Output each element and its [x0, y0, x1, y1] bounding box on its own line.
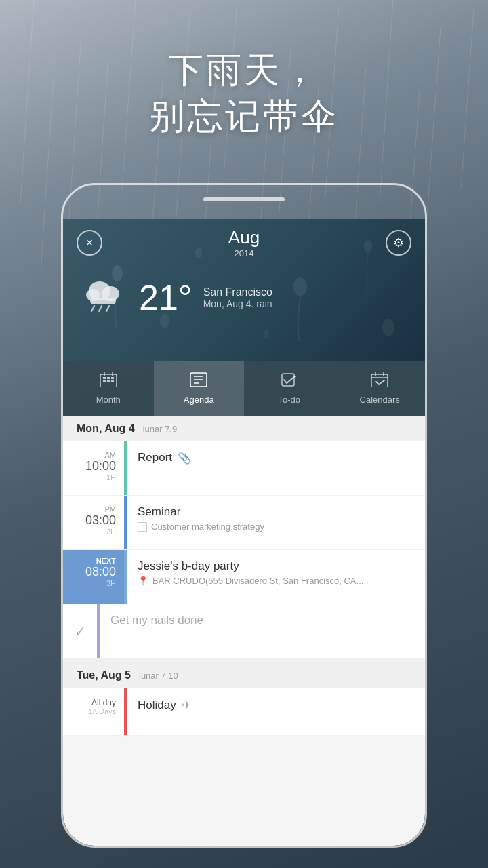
day-header-mon: Mon, Aug 4 lunar 7.9	[63, 416, 425, 441]
event-time-report: AM 10:00 1H	[63, 441, 124, 495]
chinese-header: 下雨天， 别忘记带伞	[0, 47, 488, 139]
tab-agenda[interactable]: Agenda	[154, 361, 245, 416]
svg-rect-34	[107, 377, 110, 379]
event-subtitle-seminar: Customer marketing strategy	[138, 521, 414, 532]
tab-agenda-label: Agenda	[184, 395, 214, 405]
chinese-line1: 下雨天，	[0, 47, 488, 94]
weather-description: Mon, Aug 4. rain	[203, 298, 272, 309]
svg-point-23	[264, 330, 269, 339]
phone-frame: × Aug 2014 ⚙	[61, 183, 427, 848]
event-title-holiday: Holiday ✈	[138, 698, 414, 713]
svg-rect-46	[371, 374, 388, 387]
svg-line-31	[106, 306, 109, 311]
svg-line-30	[99, 306, 102, 311]
attachment-icon: 📎	[178, 452, 191, 465]
event-title-report: Report 📎	[138, 451, 414, 465]
tab-todo[interactable]: To-do	[244, 361, 335, 416]
svg-rect-28	[90, 298, 116, 304]
event-time-bday: NEXT 08:00 3H	[63, 550, 124, 604]
weather-icon	[79, 273, 128, 322]
event-time-holiday: All day 1/5Days	[63, 688, 124, 735]
event-title-seminar: Seminar	[138, 505, 414, 519]
svg-point-21	[364, 240, 372, 252]
svg-point-22	[160, 313, 169, 328]
svg-rect-38	[111, 380, 114, 382]
checkmark-icon: ✓	[75, 623, 86, 639]
todo-checkmark-col: ✓	[63, 604, 97, 658]
event-subtitle-bday: 📍 BAR CRUDO(555 Divisadero St, San Franc…	[138, 576, 414, 586]
todo-icon	[281, 372, 298, 391]
header-year: 2014	[228, 248, 260, 258]
calendars-icon	[371, 372, 388, 391]
svg-point-24	[382, 319, 394, 336]
event-holiday[interactable]: All day 1/5Days Holiday ✈	[63, 688, 425, 736]
tab-calendars-label: Calendars	[360, 395, 400, 405]
chinese-line2: 别忘记带伞	[0, 94, 488, 140]
svg-rect-37	[107, 380, 110, 382]
event-body-report: Report 📎	[127, 441, 425, 495]
day-lunar-mon: lunar 7.9	[143, 424, 178, 434]
event-seminar[interactable]: PM 03:00 2H Seminar Customer marketing s…	[63, 496, 425, 550]
svg-point-19	[195, 248, 202, 258]
day-header-tue: Tue, Aug 5 lunar 7.10	[63, 663, 425, 688]
event-title-nails: Get my nails done	[110, 614, 414, 627]
plane-icon: ✈	[182, 698, 192, 713]
tab-todo-label: To-do	[278, 395, 300, 405]
content-area[interactable]: Mon, Aug 4 lunar 7.9 AM 10:00 1H Report …	[63, 416, 425, 846]
tab-month-label: Month	[96, 395, 121, 405]
app-header: × Aug 2014 ⚙	[63, 219, 425, 361]
event-body-nails: Get my nails done	[100, 604, 425, 658]
event-body-seminar: Seminar Customer marketing strategy	[127, 496, 425, 549]
event-nails-todo[interactable]: ✓ Get my nails done	[63, 604, 425, 658]
agenda-icon	[190, 372, 207, 391]
svg-rect-35	[111, 377, 114, 379]
day-date-mon: Mon, Aug 4	[77, 422, 135, 435]
tab-month[interactable]: Month	[63, 361, 154, 416]
month-icon	[100, 372, 117, 391]
event-body-holiday: Holiday ✈	[127, 688, 425, 735]
weather-info: San Francisco Mon, Aug 4. rain	[203, 286, 272, 309]
svg-point-20	[293, 277, 307, 296]
nav-tabs: Month Agenda	[63, 361, 425, 416]
svg-line-29	[92, 306, 94, 311]
location-icon: 📍	[138, 576, 148, 586]
event-title-bday: Jessie's b-day party	[138, 559, 414, 573]
day-lunar-tue: lunar 7.10	[139, 671, 178, 681]
checkbox-empty-icon	[138, 522, 147, 532]
phone-notch	[203, 197, 285, 201]
svg-rect-36	[103, 380, 106, 382]
event-body-bday: Jessie's b-day party 📍 BAR CRUDO(555 Div…	[127, 550, 425, 604]
event-time-seminar: PM 03:00 2H	[63, 496, 124, 549]
app-container: × Aug 2014 ⚙	[63, 219, 425, 846]
event-report[interactable]: AM 10:00 1H Report 📎	[63, 441, 425, 496]
weather-city: San Francisco	[203, 286, 272, 298]
tab-calendars[interactable]: Calendars	[335, 361, 426, 416]
event-bday[interactable]: NEXT 08:00 3H Jessie's b-day party 📍 BAR…	[63, 550, 425, 604]
day-date-tue: Tue, Aug 5	[77, 669, 131, 682]
svg-rect-33	[103, 377, 106, 379]
